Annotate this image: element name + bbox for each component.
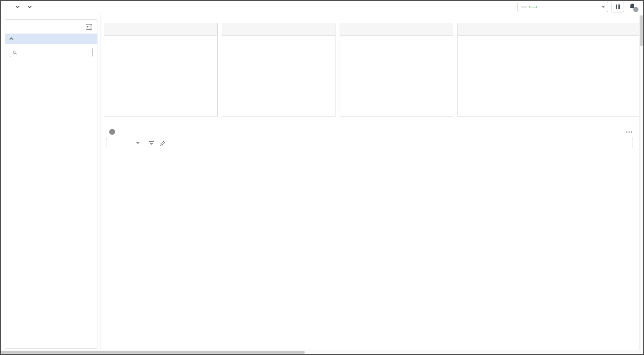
help-icon[interactable] <box>109 129 115 135</box>
time-range-control[interactable] <box>518 2 608 12</box>
time-range-badge[interactable] <box>521 6 527 8</box>
breadcrumb <box>7 6 31 8</box>
instance-status-donut <box>227 44 281 99</box>
vertical-scrollbar[interactable] <box>639 15 643 349</box>
cloud-group-section-header[interactable] <box>5 34 97 44</box>
dropdown-caret-icon <box>136 142 140 144</box>
recent-alarm-table <box>109 45 213 51</box>
section-divider <box>101 122 644 122</box>
instance-list-filter-bar <box>106 138 633 148</box>
instance-list-panel <box>101 124 638 350</box>
cpu-usage-card <box>340 23 453 117</box>
horizontal-scrollbar-thumb[interactable] <box>1 351 305 354</box>
network-io-chart <box>462 39 634 112</box>
instance-card <box>222 23 335 117</box>
chevron-up-icon <box>9 37 13 41</box>
notification-count-badge <box>633 7 638 12</box>
filters-sidebar <box>5 19 97 349</box>
pin-icon[interactable] <box>160 140 165 146</box>
notification-bell-button[interactable] <box>628 2 637 11</box>
pause-button[interactable] <box>612 2 624 12</box>
search-input[interactable] <box>20 49 89 56</box>
chevron-down-icon <box>28 4 31 8</box>
breadcrumb-item-aws[interactable] <box>14 6 19 8</box>
horizontal-scrollbar[interactable] <box>1 350 643 354</box>
operator-select[interactable] <box>106 138 143 148</box>
search-icon <box>13 50 17 55</box>
collapse-panel-icon[interactable] <box>86 24 92 30</box>
top-bar <box>0 0 644 14</box>
vertical-scrollbar-thumb[interactable] <box>640 15 643 46</box>
filter-search-box[interactable] <box>10 48 93 57</box>
dropdown-caret-icon <box>602 6 605 8</box>
network-io-card <box>457 23 639 117</box>
alarm-table-header <box>109 45 213 51</box>
filter-icon[interactable] <box>148 140 155 146</box>
live-badge[interactable] <box>529 6 537 8</box>
more-options-button[interactable] <box>625 129 633 135</box>
breadcrumb-item-ec2[interactable] <box>26 6 31 8</box>
summary-cards-row <box>104 23 639 117</box>
aws-alarm-card <box>104 23 218 117</box>
chevron-down-icon <box>16 4 19 8</box>
